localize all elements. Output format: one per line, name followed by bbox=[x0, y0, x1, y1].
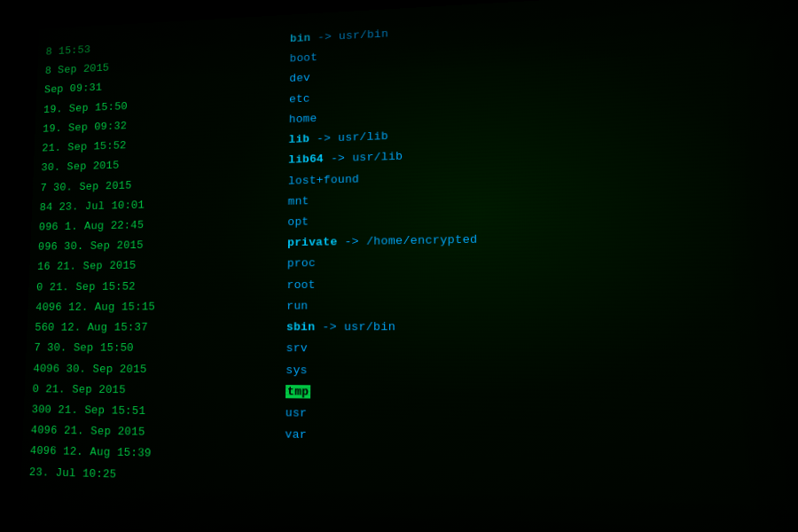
file-name: proc bbox=[287, 257, 316, 270]
file-name-bold: bin bbox=[290, 32, 311, 45]
symlink-target: usr/lib bbox=[352, 150, 403, 164]
file-entry: sys bbox=[286, 360, 798, 385]
left-row: 0 21. Sep 2015 bbox=[32, 379, 269, 402]
file-entry: sbin -> usr/bin bbox=[286, 316, 798, 338]
symlink-arrow: -> bbox=[337, 235, 366, 248]
left-row: 096 30. Sep 2015 bbox=[38, 233, 271, 256]
file-name: opt bbox=[287, 215, 309, 229]
left-row: 23. Jul 10:25 bbox=[28, 462, 267, 489]
file-name: home bbox=[289, 112, 317, 125]
file-name: dev bbox=[289, 72, 310, 85]
left-row: 4096 12. Aug 15:15 bbox=[35, 296, 270, 317]
left-row: 7 30. Sep 15:50 bbox=[34, 338, 270, 358]
symlink-arrow: -> bbox=[310, 30, 339, 44]
terminal-window: 8 15:538 Sep 2015 Sep 09:3119. Sep 15:50… bbox=[20, 0, 798, 532]
terminal-content: 8 15:538 Sep 2015 Sep 09:3119. Sep 15:50… bbox=[20, 0, 798, 532]
symlink-target: usr/bin bbox=[344, 320, 395, 333]
left-row: 0 21. Sep 15:52 bbox=[36, 275, 270, 297]
file-name-bold: lib64 bbox=[288, 153, 324, 167]
right-column: bin -> usr/binbootdevetchomelib -> usr/l… bbox=[275, 0, 798, 532]
left-row: 560 12. Aug 15:37 bbox=[35, 317, 270, 338]
symlink-target: usr/lib bbox=[338, 129, 388, 144]
symlink-target: usr/bin bbox=[339, 27, 388, 43]
left-row: 16 21. Sep 2015 bbox=[37, 254, 270, 278]
file-entry: srv bbox=[286, 339, 798, 362]
file-name: usr bbox=[286, 406, 308, 419]
left-row: 300 21. Sep 15:51 bbox=[31, 400, 268, 424]
file-name-bold: private bbox=[287, 236, 337, 250]
file-name: var bbox=[285, 428, 307, 442]
symlink-arrow: -> bbox=[315, 320, 344, 333]
file-name: run bbox=[286, 300, 308, 313]
file-name: boot bbox=[290, 51, 318, 66]
file-name-highlighted: tmp bbox=[286, 385, 310, 398]
file-name: mnt bbox=[288, 194, 309, 207]
file-name: srv bbox=[286, 342, 308, 356]
left-row: 4096 30. Sep 2015 bbox=[33, 358, 269, 379]
symlink-target: /home/encrypted bbox=[366, 233, 478, 248]
file-name-bold: sbin bbox=[286, 320, 316, 333]
file-name: etc bbox=[289, 92, 310, 106]
file-name: sys bbox=[286, 364, 308, 377]
file-name: lost+found bbox=[288, 172, 359, 187]
file-entry: run bbox=[286, 292, 798, 316]
file-name-bold: lib bbox=[288, 133, 309, 146]
left-column: 8 15:538 Sep 2015 Sep 09:3119. Sep 15:50… bbox=[20, 23, 282, 525]
symlink-arrow: -> bbox=[324, 152, 352, 165]
symlink-arrow: -> bbox=[309, 132, 338, 145]
file-name: root bbox=[286, 278, 315, 292]
